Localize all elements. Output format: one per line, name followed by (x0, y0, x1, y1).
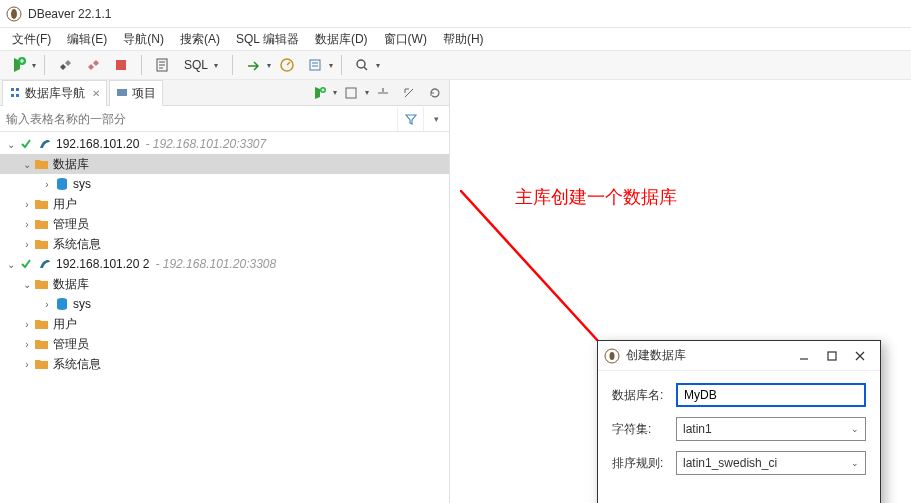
refresh-icon[interactable] (423, 81, 447, 105)
tree-admins[interactable]: › 管理员 (0, 334, 449, 354)
db-name-input[interactable] (676, 383, 866, 407)
link-editor-icon[interactable] (397, 81, 421, 105)
tree-databases[interactable]: ⌄ 数据库 (0, 154, 449, 174)
tree-label: 系统信息 (53, 356, 101, 373)
tree-users[interactable]: › 用户 (0, 194, 449, 214)
stop-icon[interactable] (109, 53, 133, 77)
script-icon[interactable] (150, 53, 174, 77)
menu-help[interactable]: 帮助(H) (435, 29, 492, 50)
menu-sql-editor[interactable]: SQL 编辑器 (228, 29, 307, 50)
menu-navigate[interactable]: 导航(N) (115, 29, 172, 50)
menu-window[interactable]: 窗口(W) (376, 29, 435, 50)
project-icon (116, 86, 128, 101)
field-label-name: 数据库名: (612, 387, 676, 404)
field-label-collation: 排序规则: (612, 455, 676, 472)
check-icon (18, 136, 34, 152)
close-icon[interactable] (846, 344, 874, 368)
menu-search[interactable]: 搜索(A) (172, 29, 228, 50)
sql-editor-button[interactable]: SQL ▾ (178, 53, 224, 77)
search-button[interactable]: ▾ (350, 53, 380, 77)
toolbar-separator (232, 55, 233, 75)
svg-point-1 (11, 9, 17, 19)
expand-toggle[interactable]: › (20, 219, 34, 230)
dialog-footer: 确定 取消 (598, 497, 880, 503)
svg-point-7 (357, 60, 365, 68)
new-conn-mini-button[interactable]: ▾ (307, 81, 337, 105)
folder-icon (34, 336, 50, 352)
menu-file[interactable]: 文件(F) (4, 29, 59, 50)
svg-rect-6 (310, 60, 320, 70)
expand-toggle[interactable]: › (20, 319, 34, 330)
menu-database[interactable]: 数据库(D) (307, 29, 376, 50)
app-title: DBeaver 22.1.1 (28, 7, 111, 21)
filter-input[interactable] (0, 108, 397, 130)
close-icon[interactable]: ✕ (92, 88, 100, 99)
svg-rect-10 (346, 88, 356, 98)
tree-db-sys[interactable]: › sys (0, 174, 449, 194)
toolbar-separator (44, 55, 45, 75)
expand-toggle[interactable]: ⌄ (4, 139, 18, 150)
folder-icon (34, 236, 50, 252)
annotation-text: 主库创建一个数据库 (515, 185, 677, 209)
tree-admins[interactable]: › 管理员 (0, 214, 449, 234)
dashboard-icon[interactable] (275, 53, 299, 77)
tree-label: 数据库 (53, 276, 89, 293)
navigator-tabs: 数据库导航 ✕ 项目 ▾ ▾ (0, 80, 449, 106)
minimize-icon[interactable] (790, 344, 818, 368)
commit-button[interactable]: ▾ (241, 53, 271, 77)
folder-icon (34, 276, 50, 292)
expand-toggle[interactable]: › (20, 359, 34, 370)
filter-bar: ▾ (0, 106, 449, 132)
toolbar-separator (141, 55, 142, 75)
tree-sysinfo[interactable]: › 系统信息 (0, 234, 449, 254)
tree-desc: - 192.168.101.20:3307 (145, 137, 266, 151)
expand-toggle[interactable]: › (20, 339, 34, 350)
menubar: 文件(F) 编辑(E) 导航(N) 搜索(A) SQL 编辑器 数据库(D) 窗… (0, 28, 911, 50)
tab-database-navigator[interactable]: 数据库导航 ✕ (2, 80, 107, 106)
tree-label: 管理员 (53, 336, 89, 353)
svg-rect-3 (116, 60, 126, 70)
tree-connection[interactable]: ⌄ 192.168.101.20 - 192.168.101.20:3307 (0, 134, 449, 154)
tree-users[interactable]: › 用户 (0, 314, 449, 334)
tree-desc: - 192.168.101.20:3308 (155, 257, 276, 271)
expand-toggle[interactable]: › (20, 199, 34, 210)
menu-edit[interactable]: 编辑(E) (59, 29, 115, 50)
tree-databases[interactable]: ⌄ 数据库 (0, 274, 449, 294)
charset-select[interactable]: latin1 ⌄ (676, 417, 866, 441)
toolbar-separator (341, 55, 342, 75)
chevron-down-icon: ⌄ (851, 424, 859, 434)
collapse-icon[interactable] (371, 81, 395, 105)
svg-point-15 (610, 352, 615, 360)
filter-menu-icon[interactable]: ▾ (423, 107, 449, 131)
dialog-title: 创建数据库 (626, 347, 790, 364)
app-logo-icon (6, 6, 22, 22)
new-connection-button[interactable]: ▾ (6, 53, 36, 77)
filter-funnel-icon[interactable] (397, 107, 423, 131)
expand-toggle[interactable]: ⌄ (4, 259, 18, 270)
tab-projects[interactable]: 项目 (109, 80, 163, 106)
mysql-icon (37, 256, 53, 272)
tree-connection[interactable]: ⌄ 192.168.101.20 2 - 192.168.101.20:3308 (0, 254, 449, 274)
tab-label: 数据库导航 (25, 85, 85, 102)
tree-label: 数据库 (53, 156, 89, 173)
tree-sysinfo[interactable]: › 系统信息 (0, 354, 449, 374)
tree-db-sys[interactable]: › sys (0, 294, 449, 314)
database-icon (54, 296, 70, 312)
expand-toggle[interactable]: › (40, 299, 54, 310)
disconnect-icon[interactable] (81, 53, 105, 77)
collation-select[interactable]: latin1_swedish_ci ⌄ (676, 451, 866, 475)
calc-button[interactable]: ▾ (303, 53, 333, 77)
expand-toggle[interactable]: ⌄ (20, 159, 34, 170)
dialog-body: 数据库名: 字符集: latin1 ⌄ 排序规则: latin1_swedish… (598, 371, 880, 497)
expand-toggle[interactable]: › (40, 179, 54, 190)
folder-icon (34, 216, 50, 232)
tree-label: sys (73, 297, 91, 311)
field-label-charset: 字符集: (612, 421, 676, 438)
view-mode-button[interactable]: ▾ (339, 81, 369, 105)
maximize-icon[interactable] (818, 344, 846, 368)
connect-icon[interactable] (53, 53, 77, 77)
tree-label: 192.168.101.20 2 (56, 257, 149, 271)
expand-toggle[interactable]: ⌄ (20, 279, 34, 290)
svg-rect-8 (117, 89, 127, 96)
expand-toggle[interactable]: › (20, 239, 34, 250)
